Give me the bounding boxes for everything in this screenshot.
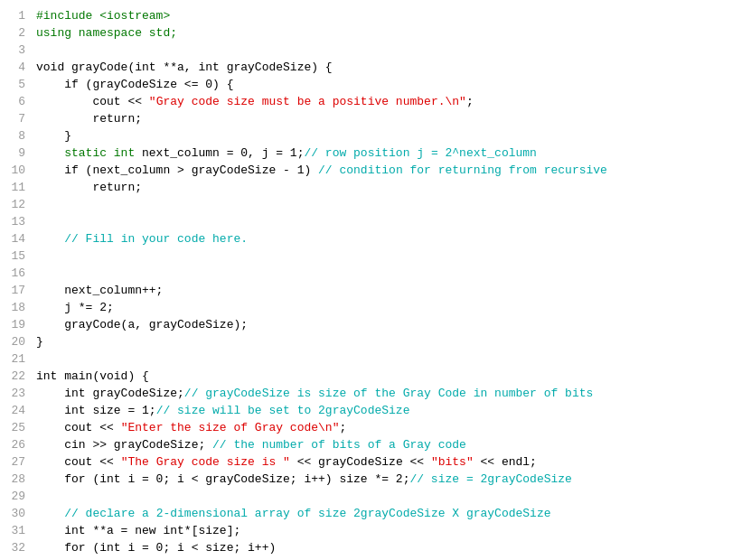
token: } (36, 129, 71, 143)
line-content: } (36, 127, 742, 145)
code-line: 3 (0, 42, 742, 59)
token: cin >> grayCodeSize; (36, 438, 212, 452)
token: int size = 1; (36, 404, 156, 417)
line-number: 15 (0, 247, 36, 265)
line-number: 31 (0, 522, 36, 539)
line-content: int main(void) { (36, 368, 742, 385)
line-number: 26 (0, 436, 36, 453)
code-line: 32 for (int i = 0; i < size; i++) (0, 539, 742, 556)
token: for (int i = 0; i < grayCodeSize; i++) s… (36, 472, 409, 486)
line-number: 2 (0, 24, 36, 42)
line-number: 17 (0, 282, 36, 299)
token: // declare a 2-dimensional array of size… (64, 507, 550, 520)
code-line: 18 j *= 2; (0, 299, 742, 316)
token: return; (36, 112, 142, 126)
line-number: 16 (0, 265, 36, 282)
line-content: cout << "The Gray code size is " << gray… (36, 453, 742, 471)
token: // condition for returning from recursiv… (318, 163, 607, 177)
line-content: return; (36, 110, 742, 127)
line-number: 1 (0, 7, 36, 24)
token: return; (36, 181, 142, 194)
token: // row position j = 2^next_column (304, 146, 536, 160)
code-line: 19 grayCode(a, grayCodeSize); (0, 316, 742, 333)
token: int **a = new int*[size]; (36, 524, 240, 537)
line-content: if (grayCodeSize <= 0) { (36, 76, 742, 93)
token: // grayCodeSize is size of the Gray Code… (184, 387, 593, 400)
token: cout << (36, 421, 121, 434)
code-line: 22int main(void) { (0, 368, 742, 385)
line-number: 23 (0, 385, 36, 402)
line-number: 12 (0, 196, 36, 213)
code-line: 2using namespace std; (0, 24, 742, 42)
code-line: 15 (0, 247, 742, 265)
line-number: 13 (0, 213, 36, 230)
line-number: 10 (0, 162, 36, 179)
token: "Enter the size of Gray code\n" (121, 421, 340, 434)
code-line: 27 cout << "The Gray code size is " << g… (0, 453, 742, 471)
line-number: 3 (0, 42, 36, 59)
code-line: 23 int grayCodeSize;// grayCodeSize is s… (0, 385, 742, 402)
token: if (next_column > grayCodeSize - 1) (36, 163, 318, 177)
token: ; (466, 95, 474, 108)
token: j *= 2; (36, 301, 114, 314)
line-number: 8 (0, 127, 36, 145)
token: int grayCodeSize; (36, 387, 184, 400)
code-line: 26 cin >> grayCodeSize; // the number of… (0, 436, 742, 453)
line-number: 6 (0, 93, 36, 110)
code-line: 10 if (next_column > grayCodeSize - 1) /… (0, 162, 742, 179)
code-line: 31 int **a = new int*[size]; (0, 522, 742, 539)
token: #include <iostream> (36, 9, 170, 23)
line-number: 24 (0, 402, 36, 419)
line-number: 5 (0, 76, 36, 93)
code-line: 13 (0, 213, 742, 230)
token: // the number of bits of a Gray code (212, 438, 466, 452)
line-content: #include <iostream> (36, 7, 742, 24)
line-content: void grayCode(int **a, int grayCodeSize)… (36, 59, 742, 76)
token: void grayCode(int **a, int grayCodeSize)… (36, 61, 333, 74)
line-number: 29 (0, 488, 36, 505)
line-number: 19 (0, 316, 36, 333)
line-content: } (36, 333, 742, 350)
line-content: cout << "Gray code size must be a positi… (36, 93, 742, 110)
token: << grayCodeSize << (290, 455, 431, 469)
code-line: 28 for (int i = 0; i < grayCodeSize; i++… (0, 471, 742, 488)
line-content: if (next_column > grayCodeSize - 1) // c… (36, 162, 742, 179)
token: << endl; (474, 455, 537, 469)
code-line: 17 next_column++; (0, 282, 742, 299)
line-content: int size = 1;// size will be set to 2gra… (36, 402, 742, 419)
line-content: int grayCodeSize;// grayCodeSize is size… (36, 385, 742, 402)
token: "Gray code size must be a positive numbe… (149, 95, 466, 108)
line-number: 21 (0, 350, 36, 368)
code-line: 7 return; (0, 110, 742, 127)
token: // size will be set to 2grayCodeSize (156, 404, 410, 417)
token: next_column++; (36, 284, 163, 297)
code-line: 20} (0, 333, 742, 350)
code-line: 1#include <iostream> (0, 7, 742, 24)
line-number: 14 (0, 230, 36, 247)
line-number: 28 (0, 471, 36, 488)
line-content: cout << "Enter the size of Gray code\n"; (36, 419, 742, 436)
token: cout << (36, 455, 121, 469)
line-number: 11 (0, 179, 36, 196)
token: next_column = 0, j = 1; (135, 146, 304, 160)
code-line: 24 int size = 1;// size will be set to 2… (0, 402, 742, 419)
token: "bits" (431, 455, 474, 469)
code-line: 14 // Fill in your code here. (0, 230, 742, 247)
line-number: 25 (0, 419, 36, 436)
token: ; (339, 421, 346, 434)
code-line: 6 cout << "Gray code size must be a posi… (0, 93, 742, 110)
code-line: 30 // declare a 2-dimensional array of s… (0, 505, 742, 522)
line-number: 4 (0, 59, 36, 76)
code-line: 4void grayCode(int **a, int grayCodeSize… (0, 59, 742, 76)
code-line: 8 } (0, 127, 742, 145)
token: if (grayCodeSize <= 0) { (36, 78, 233, 91)
line-content: // Fill in your code here. (36, 230, 742, 247)
line-content: using namespace std; (36, 24, 742, 42)
line-number: 7 (0, 110, 36, 127)
code-line: 12 (0, 196, 742, 213)
line-content: static int next_column = 0, j = 1;// row… (36, 145, 742, 162)
token: cout << (36, 95, 149, 108)
line-number: 32 (0, 539, 36, 556)
token: "The Gray code size is " (121, 455, 290, 469)
code-line: 16 (0, 265, 742, 282)
